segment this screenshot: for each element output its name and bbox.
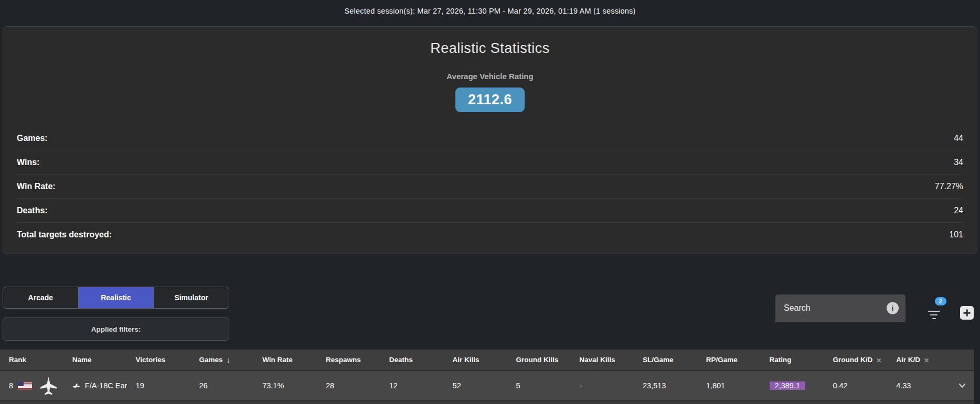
- controls-row: Arcade Realistic Simulator Applied filte…: [0, 287, 980, 341]
- table-row[interactable]: 8 F/A-18C Early 19 26 73.1% 28 12 52 5 -…: [0, 370, 974, 400]
- stat-row-games: Games: 44: [17, 126, 963, 150]
- filter-count-badge: 2: [935, 297, 946, 305]
- remove-column-icon[interactable]: ✕: [924, 357, 929, 364]
- info-icon[interactable]: i: [887, 302, 899, 314]
- ground-kd-cell: 0.42: [824, 381, 887, 390]
- rank-cell: 8: [0, 376, 63, 396]
- jet-top-view-icon: [39, 376, 58, 396]
- table-header-row: Rank Name Victories Games ↓ Win Rate Res…: [0, 350, 974, 370]
- column-header-rating[interactable]: Rating: [761, 356, 824, 364]
- next-row-edge: [0, 400, 974, 404]
- info-icon-glyph: i: [892, 304, 894, 312]
- vehicles-table: Rank Name Victories Games ↓ Win Rate Res…: [0, 350, 974, 404]
- add-button[interactable]: [960, 306, 974, 320]
- deaths-cell: 12: [380, 381, 444, 390]
- column-header-air-kills[interactable]: Air Kills: [444, 356, 507, 364]
- vehicle-name: F/A-18C Early: [85, 381, 127, 390]
- search-field: i: [775, 294, 906, 322]
- respawns-cell: 28: [317, 381, 380, 390]
- naval-kills-cell: -: [570, 381, 634, 390]
- air-kills-cell: 52: [444, 381, 507, 390]
- page-title: Realistic Statistics: [3, 40, 977, 57]
- column-header-sl-game[interactable]: SL/Game: [634, 356, 697, 364]
- stat-label: Games:: [17, 134, 48, 143]
- ground-kills-cell: 5: [507, 381, 570, 390]
- games-cell: 26: [190, 381, 253, 390]
- column-header-ground-kills[interactable]: Ground Kills: [507, 356, 570, 364]
- stat-value: 34: [954, 158, 963, 167]
- expand-row-button[interactable]: [951, 382, 974, 389]
- search-input[interactable]: [775, 294, 906, 322]
- column-header-name[interactable]: Name: [63, 356, 127, 364]
- session-bar: Selected session(s): Mar 27, 2026, 11:30…: [0, 0, 980, 22]
- stat-label: Deaths:: [17, 206, 48, 215]
- tab-simulator[interactable]: Simulator: [154, 287, 229, 308]
- app-root: Selected session(s): Mar 27, 2026, 11:30…: [0, 0, 980, 404]
- usa-flag-icon: [18, 382, 32, 390]
- column-header-respawns[interactable]: Respawns: [317, 356, 380, 364]
- column-header-victories[interactable]: Victories: [127, 356, 190, 364]
- stat-row-deaths: Deaths: 24: [17, 199, 963, 223]
- column-header-deaths[interactable]: Deaths: [380, 356, 444, 364]
- stat-row-wins: Wins: 34: [17, 150, 963, 174]
- applied-filters-box: Applied filters:: [3, 318, 229, 341]
- stat-value: 44: [954, 134, 963, 143]
- victories-cell: 19: [127, 381, 190, 390]
- stats-panel: Realistic Statistics Average Vehicle Rat…: [3, 26, 977, 254]
- stat-row-targets-destroyed: Total targets destroyed: 101: [17, 223, 963, 247]
- rp-game-cell: 1,801: [697, 381, 761, 390]
- stat-value: 101: [949, 230, 963, 239]
- filter-button[interactable]: 2: [928, 308, 940, 322]
- selected-sessions-text: Selected session(s): Mar 27, 2026, 11:30…: [344, 7, 635, 15]
- remove-column-icon[interactable]: ✕: [876, 357, 881, 364]
- column-header-naval-kills[interactable]: Naval Kills: [570, 356, 634, 364]
- summary-stats-list: Games: 44 Wins: 34 Win Rate: 77.27% Deat…: [3, 126, 977, 247]
- column-header-ground-kd[interactable]: Ground K/D ✕: [824, 355, 887, 364]
- mode-tabs: Arcade Realistic Simulator: [3, 287, 229, 309]
- applied-filters-label: Applied filters:: [91, 325, 141, 333]
- rank-value: 8: [9, 381, 13, 390]
- rating-cell: 2,389.1: [761, 381, 824, 390]
- rating-badge: 2,389.1: [770, 381, 805, 390]
- column-header-win-rate[interactable]: Win Rate: [253, 356, 317, 364]
- tab-arcade[interactable]: Arcade: [3, 287, 79, 308]
- stat-row-win-rate: Win Rate: 77.27%: [17, 174, 963, 199]
- filter-list-icon: [928, 311, 940, 320]
- chevron-down-icon: [957, 382, 967, 389]
- column-header-air-kd[interactable]: Air K/D ✕: [887, 355, 951, 364]
- stat-value: 77.27%: [935, 182, 963, 191]
- column-header-games[interactable]: Games ↓: [190, 355, 253, 364]
- column-header-rp-game[interactable]: RP/Game: [697, 356, 761, 364]
- right-controls: i 2: [775, 294, 974, 322]
- avg-rating-label: Average Vehicle Rating: [3, 72, 977, 81]
- win-rate-cell: 73.1%: [253, 381, 317, 390]
- tab-realistic[interactable]: Realistic: [79, 287, 154, 308]
- stat-value: 24: [954, 206, 963, 215]
- stat-label: Win Rate:: [17, 182, 56, 191]
- column-header-rank[interactable]: Rank: [0, 356, 63, 364]
- sort-desc-icon: ↓: [226, 355, 230, 364]
- jet-side-view-icon: [72, 382, 80, 390]
- sl-game-cell: 23,513: [634, 381, 697, 390]
- stat-label: Wins:: [17, 158, 39, 167]
- stat-label: Total targets destroyed:: [17, 230, 112, 239]
- name-cell: F/A-18C Early: [63, 381, 127, 390]
- avg-rating-badge: 2112.6: [455, 88, 525, 112]
- air-kd-cell: 4.33: [887, 381, 951, 390]
- left-controls: Arcade Realistic Simulator Applied filte…: [3, 287, 229, 341]
